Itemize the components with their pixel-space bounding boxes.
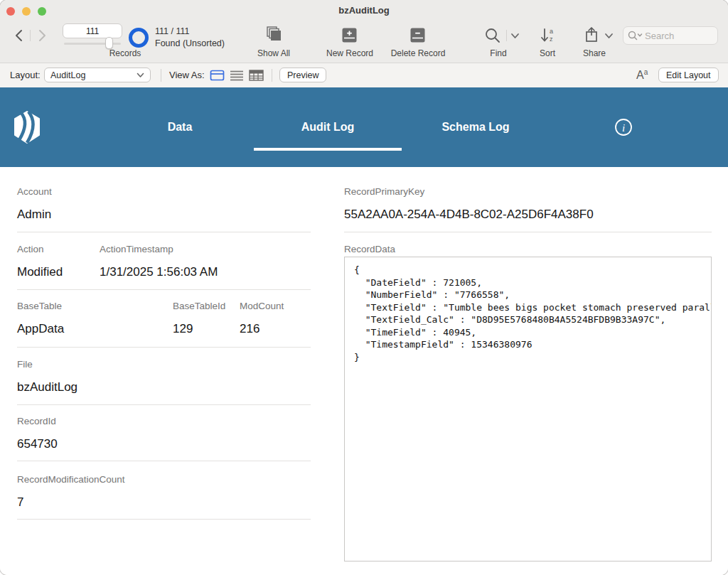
next-record-button[interactable] bbox=[36, 29, 48, 42]
field-value[interactable]: 55A2AA0A-254A-4D4B-8C02-A25D6F4A38F0 bbox=[344, 208, 594, 222]
found-status: Found (Unsorted) bbox=[155, 38, 225, 48]
field-divider bbox=[17, 347, 311, 348]
field-label: RecordPrimaryKey bbox=[344, 186, 424, 197]
nav-divider bbox=[30, 30, 31, 41]
search-scope-icon bbox=[628, 31, 643, 41]
field-label: BaseTableId bbox=[173, 301, 225, 311]
field-divider bbox=[17, 289, 311, 290]
sort-button[interactable]: Sort bbox=[526, 48, 569, 58]
info-button[interactable]: i bbox=[550, 87, 697, 167]
share-dropdown-chevron-icon[interactable] bbox=[604, 33, 614, 39]
find-button[interactable]: Find bbox=[477, 48, 520, 58]
json-line: "TextField" : "Tumble bees bigs pocket s… bbox=[354, 301, 711, 314]
app-window: bzAuditLog Records 111 / 111 Found (Unso… bbox=[0, 0, 728, 575]
info-icon: i bbox=[614, 118, 633, 136]
view-as-label: View As: bbox=[169, 70, 205, 80]
field-label: File bbox=[17, 359, 33, 370]
tab-schema-log-label: Schema Log bbox=[441, 121, 509, 134]
find-split-divider bbox=[506, 30, 507, 41]
tab-audit-log[interactable]: Audit Log bbox=[254, 87, 402, 167]
new-record-button[interactable]: New Record bbox=[318, 48, 381, 58]
field-divider bbox=[344, 232, 712, 232]
layout-popup-value: AuditLog bbox=[50, 70, 85, 80]
field-label: Action bbox=[17, 244, 44, 254]
field-label: ActionTimestamp bbox=[100, 244, 173, 254]
preview-button[interactable]: Preview bbox=[279, 68, 326, 82]
window-title: bzAuditLog bbox=[0, 5, 728, 16]
toolbar: bzAuditLog Records 111 / 111 Found (Unso… bbox=[0, 0, 728, 63]
share-icon[interactable] bbox=[584, 26, 599, 43]
field-divider bbox=[17, 232, 311, 232]
layoutbar-divider bbox=[161, 69, 161, 82]
delete-record-icon[interactable] bbox=[410, 28, 425, 43]
show-all-icon[interactable] bbox=[264, 26, 283, 43]
record-data-field[interactable]: { "DateField" : 721005, "NumberField" : … bbox=[344, 257, 712, 561]
tab-schema-log[interactable]: Schema Log bbox=[402, 87, 550, 167]
app-logo-icon bbox=[14, 111, 41, 144]
layout-header: Data Audit Log Schema Log i bbox=[0, 87, 728, 167]
json-line: "TimestampField" : 15346380976 bbox=[354, 338, 711, 351]
layout-label: Layout: bbox=[10, 70, 41, 80]
search-input[interactable] bbox=[643, 30, 707, 42]
field-value[interactable]: Modified bbox=[17, 265, 63, 279]
svg-text:a: a bbox=[550, 28, 553, 35]
share-button[interactable]: Share bbox=[573, 48, 616, 58]
svg-text:i: i bbox=[622, 122, 625, 134]
layout-popup[interactable]: AuditLog bbox=[44, 68, 151, 82]
found-set-pie-icon[interactable] bbox=[129, 28, 149, 48]
json-line: "TimeField" : 40945, bbox=[354, 326, 711, 339]
find-dropdown-chevron-icon[interactable] bbox=[510, 33, 520, 39]
layout-bar: Layout: AuditLog View As: P bbox=[0, 63, 728, 87]
record-detail: Account Admin Action ActionTimestamp Mod… bbox=[0, 167, 728, 575]
field-divider bbox=[17, 404, 311, 405]
json-line: "NumberField" : "7766558", bbox=[354, 289, 711, 301]
json-line: "TextField_Calc" : "D8D95E5768480B4A5524… bbox=[354, 313, 711, 326]
field-value[interactable]: 654730 bbox=[17, 437, 58, 451]
search-field[interactable] bbox=[623, 26, 718, 45]
field-value[interactable]: bzAuditLog bbox=[17, 380, 77, 394]
table-view-button[interactable] bbox=[249, 70, 264, 81]
show-all-button[interactable]: Show All bbox=[252, 48, 295, 58]
field-label: RecordModificationCount bbox=[17, 474, 125, 485]
field-divider bbox=[17, 461, 311, 461]
tab-data-label: Data bbox=[168, 121, 193, 134]
tab-data[interactable]: Data bbox=[106, 87, 254, 167]
layout-popup-chevron-icon bbox=[136, 72, 144, 78]
field-divider bbox=[17, 519, 311, 520]
field-value[interactable]: 7 bbox=[17, 495, 23, 510]
json-line: { bbox=[354, 264, 711, 276]
list-view-button[interactable] bbox=[230, 70, 244, 81]
records-caption: Records bbox=[82, 48, 168, 58]
svg-text:z: z bbox=[550, 36, 553, 43]
active-tab-underline bbox=[254, 148, 402, 151]
sort-icon[interactable]: a z bbox=[540, 27, 557, 44]
field-value[interactable]: AppData bbox=[17, 322, 64, 336]
layoutbar-divider-2 bbox=[272, 69, 272, 82]
field-value[interactable]: 216 bbox=[240, 322, 259, 336]
field-value[interactable]: Admin bbox=[17, 208, 51, 222]
delete-record-button[interactable]: Delete Record bbox=[386, 48, 450, 58]
field-label: Account bbox=[17, 186, 52, 197]
tab-row: Data Audit Log Schema Log i bbox=[106, 87, 697, 167]
field-label: RecordId bbox=[17, 416, 56, 426]
formatting-bar-icon[interactable]: Aa bbox=[636, 68, 648, 82]
find-icon[interactable] bbox=[484, 27, 501, 44]
record-number-input[interactable] bbox=[63, 23, 122, 38]
field-value[interactable]: 129 bbox=[173, 322, 193, 336]
found-count: 111 / 111 bbox=[155, 26, 189, 36]
new-record-icon[interactable] bbox=[342, 28, 357, 43]
field-value[interactable]: 1/31/2025 1:56:03 AM bbox=[100, 265, 218, 279]
form-view-button[interactable] bbox=[210, 70, 225, 81]
json-line: } bbox=[354, 351, 711, 364]
previous-record-button[interactable] bbox=[14, 29, 25, 42]
edit-layout-button[interactable]: Edit Layout bbox=[658, 68, 719, 82]
field-label: ModCount bbox=[240, 301, 284, 311]
field-label: RecordData bbox=[344, 244, 395, 254]
record-slider-thumb[interactable] bbox=[105, 37, 113, 49]
tab-audit-log-label: Audit Log bbox=[301, 121, 355, 134]
field-label: BaseTable bbox=[17, 301, 62, 311]
json-line: "DateField" : 721005, bbox=[354, 276, 711, 289]
